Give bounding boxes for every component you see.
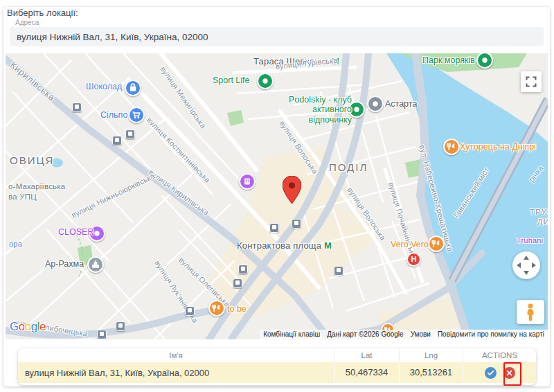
header-actions: ACTIONS	[463, 348, 536, 362]
poi-label[interactable]: Vero Vero	[391, 240, 429, 249]
poi-icon[interactable]	[125, 80, 141, 96]
header-lat: Lat	[334, 348, 399, 362]
map-label: Контрактова площа М	[237, 241, 332, 251]
transit-stop-icon[interactable]	[97, 330, 107, 339]
page-title: Виберіть локації:	[7, 8, 78, 18]
map-label: ПОДІЛ	[329, 161, 368, 173]
poi-icon[interactable]	[128, 107, 145, 123]
map-label: о-Макаріївська	[8, 182, 65, 191]
map-label: ТРУХ	[530, 208, 548, 217]
poi-icon[interactable]	[87, 256, 104, 273]
row-lat: 50,467334	[334, 362, 399, 383]
keyboard-shortcuts-link[interactable]: Комбінації клавіш	[260, 330, 323, 339]
confirm-location-button[interactable]	[485, 367, 497, 379]
svg-text:H: H	[411, 255, 416, 263]
map-canvas[interactable]: Тараса Шевченка МКонтрактова площа МПОДІ…	[6, 53, 548, 339]
fullscreen-button[interactable]	[521, 71, 542, 92]
google-logo-letter: o	[19, 320, 25, 333]
transit-stop-icon[interactable]	[334, 266, 343, 276]
report-error-link[interactable]: Повідомити про помилку на карті	[434, 330, 548, 339]
poi-label[interactable]: Парк моряків	[422, 55, 475, 65]
pegman-button[interactable]	[517, 300, 544, 324]
transit-stop-icon[interactable]	[116, 321, 125, 331]
pan-arrows-icon	[515, 253, 538, 277]
google-logo[interactable]: Google	[10, 320, 46, 334]
poi-label[interactable]: Астарта	[385, 99, 417, 109]
poi-label[interactable]: Сільпо	[100, 110, 127, 120]
transit-stop-icon[interactable]	[233, 278, 242, 288]
terms-link[interactable]: Умови	[407, 330, 434, 339]
header-name: Ім'я	[18, 351, 334, 359]
page: { "page": { "title": "Виберіть локації:"…	[0, 0, 554, 392]
google-logo-letter: G	[10, 320, 19, 333]
header-lng: Lng	[399, 348, 463, 362]
transit-stop-icon[interactable]	[125, 130, 135, 139]
transit-stop-icon[interactable]	[72, 103, 82, 112]
transit-stop-icon[interactable]	[185, 306, 195, 316]
poi-icon[interactable]	[239, 173, 256, 190]
map-label: ва УПЦ	[8, 193, 37, 202]
transit-stop-icon[interactable]	[269, 223, 279, 233]
poi-icon[interactable]: H	[406, 252, 421, 267]
poi-label[interactable]: Шоколад	[86, 82, 122, 91]
table-header-row: Ім'я Lat Lng ACTIONS	[18, 348, 536, 362]
map-attribution: Комбінації клавіш Дані карт ©2026 Google…	[260, 330, 548, 339]
poi-label[interactable]: to be	[227, 304, 247, 314]
google-logo-letter: o	[25, 320, 31, 333]
pan-control[interactable]	[512, 251, 540, 279]
poi-icon[interactable]	[443, 139, 460, 155]
poi-label[interactable]: Хуторець на Дніпрі	[460, 142, 536, 152]
table-row: вулиця Нижній Вал, 31, Київ, Україна, 02…	[18, 362, 536, 383]
poi-label[interactable]: CLOSER	[58, 227, 93, 237]
transit-stop-icon[interactable]	[292, 219, 301, 229]
google-logo-letter: g	[31, 320, 37, 333]
poi-label[interactable]: Ар-Рахма	[45, 259, 84, 269]
poi-icon[interactable]	[208, 300, 225, 317]
fullscreen-icon	[526, 76, 537, 87]
address-input[interactable]	[10, 27, 544, 46]
poi-label[interactable]: Sport Life	[213, 75, 250, 85]
google-logo-letter: e	[39, 320, 46, 333]
row-name: вулиця Нижній Вал, 31, Київ, Україна, 02…	[18, 368, 334, 378]
map-label: Truhani	[517, 236, 543, 245]
row-actions	[463, 362, 536, 383]
map-label: ОВИЦЯ	[10, 154, 54, 166]
transit-stop-icon[interactable]	[112, 136, 122, 145]
poi-label[interactable]: Podolskiy - клуб активного відпочинку	[274, 95, 352, 125]
locations-table: Ім'я Lat Lng ACTIONS вулиця Нижній Вал, …	[18, 348, 536, 385]
map-label: ора	[9, 240, 22, 249]
poi-icon[interactable]	[257, 73, 274, 89]
map-marker[interactable]	[283, 176, 301, 204]
pegman-icon	[524, 303, 537, 321]
poi-icon[interactable]	[428, 235, 445, 252]
row-lng: 30,513261	[399, 362, 463, 383]
map-data-label: Дані карт ©2026 Google	[323, 330, 406, 339]
delete-highlight-annotation	[503, 362, 521, 386]
transit-stop-icon[interactable]	[238, 265, 248, 274]
poi-icon[interactable]	[367, 96, 384, 112]
check-icon	[485, 367, 497, 379]
address-field-label: Адреса	[15, 19, 39, 26]
metro-icon: М	[321, 240, 332, 251]
map-label: ДИ	[537, 217, 548, 226]
